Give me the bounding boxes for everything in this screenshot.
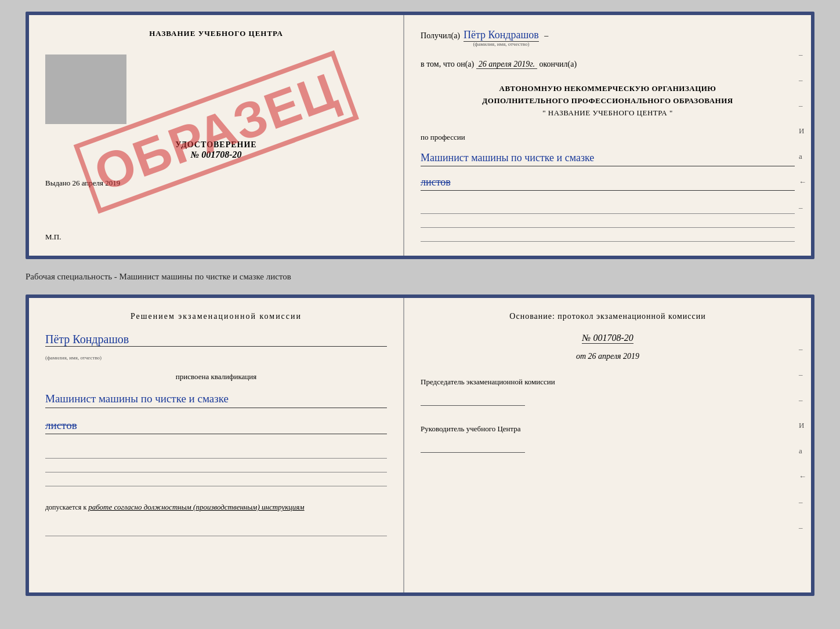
prisvoena-label: присвоена квалификация (45, 372, 387, 381)
top-right-panel: Получил(а) Пётр Кондрашов (фамилия, имя,… (404, 15, 811, 256)
kval-value1: Машинист машины по чистке и смазке (45, 391, 387, 408)
protocol-num: № 001708-20 (582, 333, 633, 344)
rukovoditel-sign-line (421, 440, 525, 453)
org-line1: АВТОНОМНУЮ НЕКОММЕРЧЕСКУЮ ОРГАНИЗАЦИЮ (421, 83, 795, 95)
udostoverenie-block: УДОСТОВЕРЕНИЕ № 001708-20 (45, 140, 387, 160)
predsedatel-label: Председатель экзаменационной комиссии (421, 376, 795, 388)
poluchil-line: Получил(а) Пётр Кондрашов (фамилия, имя,… (421, 29, 795, 47)
org-line3: " НАЗВАНИЕ УЧЕБНОГО ЦЕНТРА " (421, 107, 795, 119)
right-line-2 (421, 215, 795, 228)
bottom-document: Решением экзаменационной комиссии Пётр К… (26, 294, 814, 596)
dash-separator: – (542, 31, 549, 41)
predsedatel-block: Председатель экзаменационной комиссии (421, 376, 795, 406)
professiya-value1: Машинист машины по чистке и смазке (421, 150, 795, 166)
udostoverenie-label: УДОСТОВЕРЕНИЕ (45, 140, 387, 150)
org-block: АВТОНОМНУЮ НЕКОММЕРЧЕСКУЮ ОРГАНИЗАЦИЮ ДО… (421, 83, 795, 119)
okonchil-label: окончил(а) (539, 60, 577, 68)
right-dashes: – – – И а ← – (799, 50, 806, 212)
reshenie-title: Решением экзаменационной комиссии (45, 312, 387, 321)
bottom-left-lines2 (45, 523, 387, 536)
specialty-line: Рабочая специальность - Машинист машины … (26, 270, 814, 284)
bottom-line-2 (45, 460, 387, 472)
ot-date-value: 26 апреля 2019 (588, 352, 639, 361)
top-left-panel: НАЗВАНИЕ УЧЕБНОГО ЦЕНТРА УДОСТОВЕРЕНИЕ №… (29, 15, 404, 256)
mp-line: М.П. (45, 228, 387, 242)
right-line-3 (421, 229, 795, 242)
photo-placeholder (45, 54, 126, 124)
org-line2: ДОПОЛНИТЕЛЬНОГО ПРОФЕССИОНАЛЬНОГО ОБРАЗО… (421, 95, 795, 107)
osnovanie-title: Основание: протокол экзаменационной коми… (421, 312, 795, 321)
rukovoditel-label: Руководитель учебного Центра (421, 423, 795, 435)
predsedatel-sign-line (421, 393, 525, 406)
dopuskaetsya-block: допускается к работе согласно должностны… (45, 503, 387, 512)
dopuskaetsya-value: работе согласно должностным (производств… (88, 503, 304, 511)
professiya-value2: листов (421, 174, 795, 191)
bottom-right-panel: Основание: протокол экзаменационной коми… (404, 298, 811, 592)
fio-hint: (фамилия, имя, отчество) (464, 41, 539, 47)
vydano-label: Выдано (45, 179, 70, 187)
poluchil-label: Получил(а) (421, 31, 460, 41)
bottom-fio-hint: (фамилия, имя, отчество) (45, 355, 387, 361)
bottom-left-panel: Решением экзаменационной комиссии Пётр К… (29, 298, 404, 592)
kval-value2: листов (45, 417, 387, 435)
bottom-left-lines (45, 446, 387, 486)
vtom-date: 26 апреля 2019г. (476, 60, 537, 69)
top-center-title: НАЗВАНИЕ УЧЕБНОГО ЦЕНТРА (45, 29, 387, 38)
bottom-line-3 (45, 474, 387, 486)
bottom-line-1 (45, 446, 387, 459)
right-line-1 (421, 201, 795, 214)
vtom-label: в том, что он(а) (421, 60, 474, 68)
bottom-line-4 (45, 523, 387, 536)
rukovoditel-block: Руководитель учебного Центра (421, 423, 795, 453)
vydano-line: Выдано 26 апреля 2019 (45, 179, 387, 188)
professiya-label: по профессии (421, 133, 795, 142)
poluchil-name: Пётр Кондрашов (464, 29, 539, 42)
vydano-date: 26 апреля 2019 (73, 179, 121, 187)
top-document: НАЗВАНИЕ УЧЕБНОГО ЦЕНТРА УДОСТОВЕРЕНИЕ №… (26, 12, 814, 259)
udostoverenie-number: № 001708-20 (45, 150, 387, 160)
dopuskaetsya-label: допускается к (45, 503, 86, 511)
bottom-right-dashes: – – – И а ← – – (799, 344, 806, 532)
bottom-person-name: Пётр Кондрашов (45, 333, 387, 347)
ot-date: от 26 апреля 2019 (421, 352, 795, 361)
vtom-line: в том, что он(а) 26 апреля 2019г. окончи… (421, 60, 795, 69)
ot-label: от (576, 352, 586, 361)
right-lines (421, 201, 795, 242)
